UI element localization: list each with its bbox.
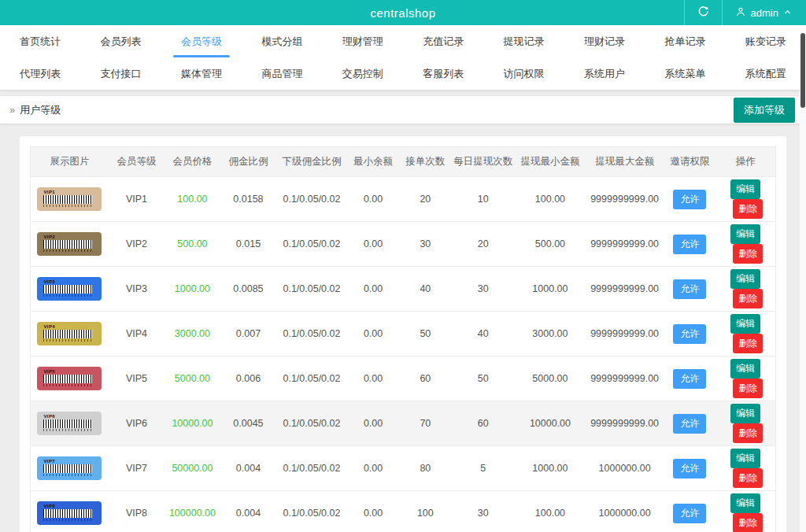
allow-button[interactable]: 允许 [673, 459, 706, 478]
scrollbar-thumb[interactable] [800, 33, 805, 108]
table-row: VIP8VIP8100000.000.0040.1/0.05/0.020.001… [31, 491, 776, 532]
user-icon [735, 6, 746, 20]
column-header: 最小余额 [347, 147, 399, 177]
edit-button[interactable]: 编辑 [730, 404, 760, 423]
column-header: 下级佣金比例 [276, 147, 347, 177]
cell-sub_commission: 0.1/0.05/0.02 [276, 312, 347, 357]
barcode-digits [43, 474, 92, 476]
edit-button[interactable]: 编辑 [730, 179, 760, 199]
cell-commission: 0.007 [220, 312, 276, 357]
nav-item-代理列表[interactable]: 代理列表 [0, 57, 80, 90]
vip-card-label: VIP7 [43, 458, 102, 464]
breadcrumb-bar: » 用户等级 添加等级 [0, 96, 806, 124]
main-nav: 首页统计会员列表会员等级模式分组理财管理充值记录提现记录理财记录抢单记录账变记录… [0, 25, 806, 91]
table-row: VIP3VIP31000.000.00850.1/0.05/0.020.0040… [31, 267, 776, 312]
top-header: centralshop admin [0, 0, 806, 25]
delete-button[interactable]: 删除 [733, 289, 763, 308]
nav-item-充值记录[interactable]: 充值记录 [403, 25, 483, 57]
nav-item-客服列表[interactable]: 客服列表 [403, 57, 483, 90]
cell-withdraw_max: 9999999999.00 [586, 222, 664, 267]
barcode-icon [43, 330, 92, 338]
nav-item-支付接口[interactable]: 支付接口 [80, 57, 161, 90]
refresh-icon [697, 6, 709, 20]
vip-card-image: VIP7 [37, 456, 102, 480]
allow-button[interactable]: 允许 [673, 279, 706, 299]
cell-sub_commission: 0.1/0.05/0.02 [276, 446, 347, 491]
allow-button[interactable]: 允许 [673, 324, 706, 344]
cell-level: VIP5 [109, 357, 165, 401]
allow-button[interactable]: 允许 [673, 369, 706, 389]
barcode-digits [43, 249, 92, 252]
vip-card-image: VIP8 [37, 501, 102, 525]
edit-button[interactable]: 编辑 [730, 493, 760, 513]
nav-row-1: 首页统计会员列表会员等级模式分组理财管理充值记录提现记录理财记录抢单记录账变记录 [0, 25, 806, 57]
delete-button[interactable]: 删除 [733, 379, 763, 398]
cell-order_count: 60 [399, 357, 451, 401]
levels-table: 展示图片会员等级会员价格佣金比例下级佣金比例最小余额接单次数每日提现次数提现最小… [30, 146, 776, 532]
nav-item-系统用户[interactable]: 系统用户 [564, 57, 645, 90]
edit-button[interactable]: 编辑 [730, 359, 760, 379]
nav-item-系统配置[interactable]: 系统配置 [726, 57, 806, 90]
barcode-digits [43, 294, 92, 297]
nav-item-会员等级[interactable]: 会员等级 [161, 25, 242, 57]
vip-card-label: VIP1 [43, 189, 102, 195]
cell-price: 500.00 [165, 222, 220, 267]
barcode-digits [43, 519, 92, 521]
allow-button[interactable]: 允许 [673, 190, 706, 209]
cell-daily_withdraw_count: 5 [451, 446, 514, 491]
allow-button[interactable]: 允许 [673, 504, 706, 523]
nav-item-会员列表[interactable]: 会员列表 [80, 25, 161, 57]
cell-withdraw_max: 9999999999.00 [586, 357, 664, 401]
nav-item-理财记录[interactable]: 理财记录 [564, 25, 645, 57]
edit-button[interactable]: 编辑 [730, 449, 760, 468]
edit-button[interactable]: 编辑 [730, 269, 760, 289]
nav-item-系统菜单[interactable]: 系统菜单 [645, 57, 725, 90]
barcode-digits [43, 384, 92, 386]
allow-button[interactable]: 允许 [673, 414, 706, 434]
refresh-button[interactable] [684, 0, 722, 25]
nav-item-提现记录[interactable]: 提现记录 [483, 25, 564, 57]
nav-item-理财管理[interactable]: 理财管理 [323, 25, 403, 57]
vip-card-image: VIP4 [37, 322, 102, 345]
cell-min_balance: 0.00 [347, 446, 399, 491]
allow-button[interactable]: 允许 [673, 235, 706, 254]
cell-withdraw_max: 1000000.00 [586, 446, 664, 491]
nav-item-首页统计[interactable]: 首页统计 [0, 25, 80, 57]
cell-order_count: 70 [399, 401, 451, 446]
delete-button[interactable]: 删除 [733, 244, 763, 264]
edit-button[interactable]: 编辑 [730, 224, 760, 244]
nav-item-账变记录[interactable]: 账变记录 [726, 25, 806, 57]
edit-button[interactable]: 编辑 [730, 314, 760, 334]
barcode-icon [43, 195, 92, 204]
cell-withdraw_min: 100.00 [515, 177, 586, 222]
cell-level: VIP7 [109, 446, 165, 491]
delete-button[interactable]: 删除 [733, 513, 763, 532]
nav-item-访问权限[interactable]: 访问权限 [483, 57, 564, 90]
delete-button[interactable]: 删除 [733, 423, 763, 443]
vertical-scrollbar[interactable] [800, 27, 806, 532]
nav-item-抢单记录[interactable]: 抢单记录 [645, 25, 725, 57]
vip-card-image: VIP2 [37, 232, 102, 256]
cell-min_balance: 0.00 [347, 357, 399, 401]
nav-item-商品管理[interactable]: 商品管理 [242, 57, 322, 90]
barcode-icon [43, 509, 92, 518]
cell-sub_commission: 0.1/0.05/0.02 [276, 177, 347, 222]
nav-item-媒体管理[interactable]: 媒体管理 [161, 57, 242, 90]
delete-button[interactable]: 删除 [733, 199, 763, 219]
add-level-button[interactable]: 添加等级 [734, 98, 795, 123]
user-menu[interactable]: admin [722, 0, 806, 25]
nav-item-交易控制[interactable]: 交易控制 [323, 57, 403, 90]
cell-commission: 0.004 [220, 446, 276, 491]
cell-commission: 0.015 [220, 222, 276, 267]
cell-daily_withdraw_count: 40 [451, 312, 514, 357]
cell-daily_withdraw_count: 30 [451, 267, 514, 312]
column-header: 提现最大金额 [586, 147, 664, 177]
cell-level: VIP2 [109, 222, 165, 267]
cell-price: 50000.00 [165, 446, 220, 491]
cell-commission: 0.004 [220, 491, 276, 532]
nav-item-模式分组[interactable]: 模式分组 [242, 25, 322, 57]
cell-order_count: 20 [399, 177, 451, 222]
delete-button[interactable]: 删除 [733, 468, 763, 488]
delete-button[interactable]: 删除 [733, 334, 763, 353]
column-header: 展示图片 [31, 147, 109, 177]
